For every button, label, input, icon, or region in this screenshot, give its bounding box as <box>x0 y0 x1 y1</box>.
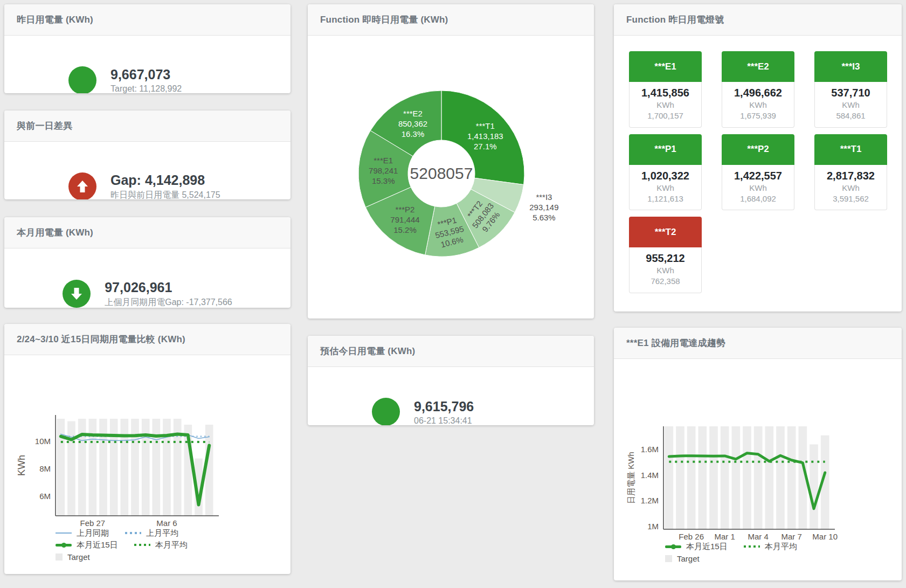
legend-label: 本月近15日 <box>686 542 728 552</box>
legend-item[interactable]: Target <box>56 552 90 562</box>
stat-value: Gap: 4,142,898 <box>110 172 226 188</box>
stat-body: 9,667,073 Target: 11,128,992 <box>4 36 291 93</box>
x-tick-label: Mar 7 <box>781 532 801 541</box>
tile-value: 1,422,557 <box>722 169 794 183</box>
light-tile: ***T1 2,817,832 KWh 3,591,562 <box>814 134 887 211</box>
panel-title: 昨日用電量 (KWh) <box>17 13 93 26</box>
tile-sub-value: 1,121,613 <box>630 193 701 204</box>
donut-body: ***T11,413,18327.1%***I3293,1495.63%***T… <box>308 36 594 319</box>
stat-body: 9,615,796 06-21 15:34:41 <box>308 367 594 425</box>
light-tile-body: 1,415,856 KWh 1,700,157 <box>629 82 702 128</box>
panel-estimate-today: 預估今日用電量 (KWh) 9,615,796 06-21 15:34:41 <box>308 336 594 425</box>
target-bar <box>732 426 741 529</box>
panel-header: 2/24~3/10 近15日同期用電量比較 (KWh) <box>4 324 291 355</box>
light-tile-body: 537,710 KWh 584,861 <box>814 82 887 128</box>
y-axis-title: 日用電量 KWh <box>626 452 635 504</box>
panel-title: Function 昨日用電燈號 <box>626 13 724 26</box>
light-tile-body: 2,817,832 KWh 3,591,562 <box>814 165 887 211</box>
tile-sub-value: 3,591,562 <box>815 193 887 204</box>
chart-body: 1M1.2M1.4M1.6MFeb 26Mar 1Mar 4Mar 7Mar 1… <box>614 422 902 580</box>
y-tick-label: 1.2M <box>641 496 659 505</box>
light-tile-body: 1,020,322 KWh 1,121,613 <box>629 165 702 211</box>
panel-header: 與前一日差異 <box>4 110 291 142</box>
light-tile-header: ***I3 <box>814 51 887 82</box>
pie-slice-label: ***I3293,1495.63% <box>529 192 558 222</box>
legend-item[interactable]: 本月近15日 <box>665 542 728 552</box>
legend-row: 上月同期上月平均 <box>56 527 291 539</box>
realtime-usage-donut-chart[interactable]: ***T11,413,18327.1%***I3293,1495.63%***T… <box>308 36 594 319</box>
tile-value: 1,415,856 <box>630 86 701 100</box>
tile-unit: KWh <box>722 100 794 110</box>
tile-value: 1,496,662 <box>722 86 794 100</box>
lights-tile-grid: ***E1 1,415,856 KWh 1,700,157 ***E2 1,49… <box>629 51 902 293</box>
stat-body: 97,026,961 上個月同期用電Gap: -17,377,566 <box>4 248 291 308</box>
panel-yesterday-lights: Function 昨日用電燈號 ***E1 1,415,856 KWh 1,70… <box>614 4 902 312</box>
panel-title: 與前一日差異 <box>17 120 72 132</box>
stat-subtitle: 06-21 15:34:41 <box>414 416 530 426</box>
light-tile-body: 955,212 KWh 762,358 <box>629 247 702 293</box>
x-tick-label: Feb 27 <box>80 518 105 527</box>
legend-item[interactable]: 上月同期 <box>56 528 109 538</box>
panel-header: 昨日用電量 (KWh) <box>4 4 291 36</box>
tile-unit: KWh <box>815 183 887 193</box>
panel-header: 預估今日用電量 (KWh) <box>308 336 594 367</box>
tile-sub-value: 1,675,939 <box>722 110 794 121</box>
panel-e1-trend-chart: ***E1 設備用電達成趨勢 1M1.2M1.4M1.6MFeb 26Mar 1… <box>614 328 902 580</box>
target-bar <box>67 421 75 516</box>
target-bar <box>110 419 118 516</box>
legend-label: 本月平均 <box>765 542 797 552</box>
light-tile: ***T2 955,212 KWh 762,358 <box>629 217 702 293</box>
dotted-line-swatch-icon <box>744 545 760 548</box>
target-bar <box>709 426 718 529</box>
legend-label: 本月平均 <box>155 540 188 550</box>
legend-label: Target <box>677 554 700 563</box>
legend-row: Target <box>665 552 902 564</box>
target-bar <box>163 419 171 516</box>
tile-sub-value: 1,700,157 <box>630 110 701 121</box>
y-tick-label: 1.6M <box>641 445 659 454</box>
light-tile-header: ***T2 <box>629 217 702 247</box>
panel-title: Function 即時日用電量 (KWh) <box>320 13 448 26</box>
legend-label: 本月近15日 <box>77 540 118 550</box>
y-tick-label: 10M <box>35 437 51 446</box>
legend-item[interactable]: 上月平均 <box>125 528 178 538</box>
chart-legend: 本月近15日本月平均Target <box>665 541 902 564</box>
chart-body: 6M8M10MFeb 27Mar 6KWh 上月同期上月平均本月近15日本月平均… <box>4 411 291 574</box>
stat-subtitle: 昨日與前日用電量 5,524,175 <box>110 190 226 200</box>
legend-item[interactable]: 本月平均 <box>744 542 797 552</box>
panel-header: Function 即時日用電量 (KWh) <box>308 4 594 36</box>
tile-unit: KWh <box>630 100 701 110</box>
e1-trend-chart[interactable]: 1M1.2M1.4M1.6MFeb 26Mar 1Mar 4Mar 7Mar 1… <box>614 422 867 541</box>
legend-label: 上月平均 <box>146 528 178 538</box>
legend-item[interactable]: Target <box>665 554 700 563</box>
light-tile: ***P2 1,422,557 KWh 1,684,092 <box>722 134 794 211</box>
legend-item[interactable]: 本月近15日 <box>56 540 118 550</box>
tile-unit: KWh <box>722 183 794 193</box>
target-bar <box>142 419 150 516</box>
marker-dot-icon <box>61 543 66 548</box>
target-bar <box>776 426 785 529</box>
light-tile-header: ***E1 <box>629 51 702 82</box>
legend-item[interactable]: 本月平均 <box>134 540 188 550</box>
lights-body: ***E1 1,415,856 KWh 1,700,157 ***E2 1,49… <box>614 51 902 312</box>
tile-unit: KWh <box>815 100 887 110</box>
stat-value: 9,615,796 <box>414 398 530 414</box>
compare-15days-chart[interactable]: 6M8M10MFeb 27Mar 6KWh <box>4 411 247 527</box>
panel-title: ***E1 設備用電達成趨勢 <box>626 337 725 349</box>
panel-title: 2/24~3/10 近15日同期用電量比較 (KWh) <box>17 333 185 345</box>
tile-value: 955,212 <box>630 252 701 265</box>
stat-value: 97,026,961 <box>105 279 232 295</box>
target-swatch-icon <box>665 555 672 562</box>
legend-row: Target <box>56 551 291 563</box>
tile-value: 537,710 <box>815 86 887 100</box>
target-bar <box>754 426 763 529</box>
target-bar <box>698 426 707 529</box>
thick-line-swatch-icon <box>665 545 681 548</box>
target-bar <box>99 419 107 516</box>
panel-header: Function 昨日用電燈號 <box>614 4 902 36</box>
target-bar <box>787 426 796 529</box>
panel-header: 本月用電量 (KWh) <box>4 217 291 248</box>
stat-subtitle: 上個月同期用電Gap: -17,377,566 <box>105 297 232 308</box>
light-tile: ***P1 1,020,322 KWh 1,121,613 <box>629 134 702 211</box>
light-tile-header: ***T1 <box>814 134 887 165</box>
